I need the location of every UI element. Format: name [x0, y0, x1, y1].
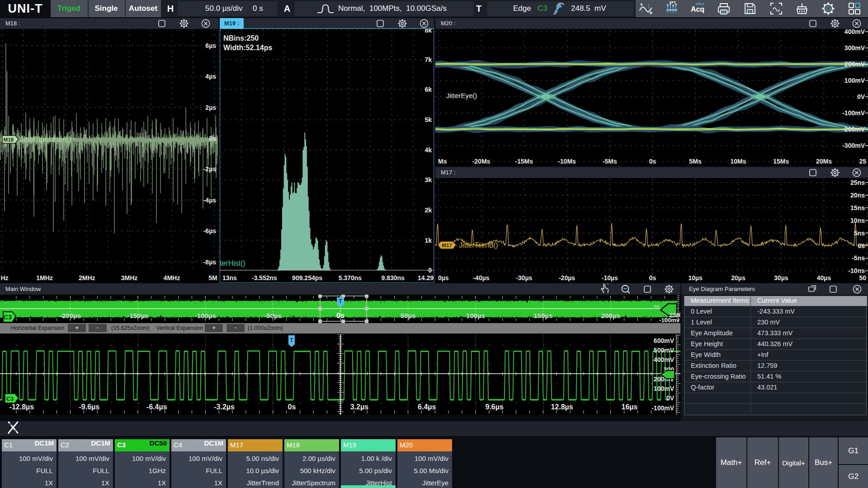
svg-text:-15Ms: -15Ms: [515, 158, 533, 165]
svg-text:8k: 8k: [425, 29, 432, 34]
svg-text:909.254ps: 909.254ps: [292, 274, 322, 282]
svg-text:100mV: 100mV: [654, 385, 675, 392]
svg-text:5Ms: 5Ms: [689, 158, 702, 165]
svg-text:-150µs: -150µs: [127, 312, 148, 319]
svg-text:0s: 0s: [209, 135, 216, 142]
svg-text:B: B: [650, 11, 652, 15]
svg-text:-200µs: -200µs: [60, 312, 81, 319]
svg-text:-6µs: -6µs: [203, 227, 217, 235]
svg-text:6µs: 6µs: [205, 42, 216, 49]
svg-text:0: 0: [428, 267, 432, 274]
svg-text:3.2µs: 3.2µs: [350, 403, 368, 411]
svg-text:JitterHist(): JitterHist(): [220, 259, 245, 267]
svg-text:4k: 4k: [425, 146, 432, 154]
svg-text:14.29: 14.29: [418, 274, 434, 282]
svg-text:200mV: 200mV: [844, 61, 865, 68]
svg-text:-10Ms: -10Ms: [558, 158, 576, 165]
svg-text:10ns: 10ns: [850, 217, 865, 224]
svg-text:-50µs: -50µs: [264, 312, 282, 319]
svg-text:-30µs: -30µs: [516, 274, 532, 282]
svg-text:-300mV: -300mV: [842, 142, 865, 149]
svg-text:400mV: 400mV: [844, 29, 865, 35]
svg-text:-10ns: -10ns: [848, 267, 865, 274]
svg-text:0V: 0V: [666, 394, 675, 402]
svg-text:5ns: 5ns: [854, 230, 865, 237]
svg-text:13ns: 13ns: [222, 274, 237, 282]
svg-text:5k: 5k: [425, 116, 432, 123]
svg-text:-5ns: -5ns: [852, 254, 865, 262]
svg-text:6.4µs: 6.4µs: [418, 403, 436, 411]
svg-text:-10µs: -10µs: [602, 274, 618, 282]
svg-text:Ms: Ms: [438, 158, 447, 165]
svg-text:600mV: 600mV: [654, 337, 675, 344]
svg-text:1k: 1k: [425, 237, 432, 244]
svg-text:-20µs: -20µs: [559, 274, 575, 282]
svg-text:-20Ms: -20Ms: [472, 158, 491, 165]
svg-text:3k: 3k: [425, 176, 432, 183]
svg-text:0s: 0s: [649, 158, 656, 165]
svg-text:400mV: 400mV: [654, 356, 675, 363]
svg-text:100mV: 100mV: [844, 77, 865, 84]
svg-text:C3: C3: [6, 395, 14, 402]
svg-text:-200mV: -200mV: [842, 126, 865, 133]
svg-text:20Ms: 20Ms: [816, 158, 832, 165]
svg-text:T: T: [290, 337, 293, 343]
svg-text:0s: 0s: [288, 403, 296, 411]
svg-text:Acq: Acq: [691, 5, 704, 13]
svg-text:9.830ns: 9.830ns: [382, 274, 405, 282]
svg-text:10µs: 10µs: [688, 274, 703, 282]
svg-text:T: T: [339, 298, 342, 305]
svg-text:200µs: 200µs: [601, 312, 620, 319]
svg-text:-3.552ns: -3.552ns: [252, 274, 277, 282]
svg-text:20ns: 20ns: [850, 192, 865, 199]
svg-text:FFT: FFT: [670, 0, 676, 5]
svg-text:-3.2µs: -3.2µs: [214, 403, 235, 411]
svg-text:12.8µs: 12.8µs: [551, 403, 573, 411]
svg-text:3MHz: 3MHz: [121, 274, 138, 282]
svg-text:Width:52.14ps: Width:52.14ps: [223, 44, 272, 52]
svg-text:25ns: 25ns: [850, 179, 865, 186]
svg-text:7k: 7k: [425, 56, 432, 63]
svg-text:NBins:250: NBins:250: [223, 34, 259, 42]
svg-text:6k: 6k: [425, 86, 432, 93]
svg-text:30µs: 30µs: [774, 274, 788, 282]
svg-text:40µs: 40µs: [817, 274, 831, 282]
svg-text:0s: 0s: [858, 242, 865, 249]
svg-text:100µs: 100µs: [466, 312, 485, 319]
svg-text:JitterEye(): JitterEye(): [446, 92, 477, 99]
svg-text:-100mV: -100mV: [651, 404, 674, 412]
svg-text:0V: 0V: [857, 93, 865, 100]
svg-text:30: 30: [653, 304, 660, 310]
svg-text:-6.4µs: -6.4µs: [146, 403, 167, 411]
svg-text:50: 50: [859, 274, 866, 282]
svg-text:JitterTrend(): JitterTrend(): [459, 241, 498, 249]
svg-text:-12.8µs: -12.8µs: [9, 403, 34, 411]
svg-text:300mV: 300mV: [844, 44, 865, 52]
svg-text:-4µs: -4µs: [203, 197, 217, 204]
svg-text:0s: 0s: [336, 312, 344, 319]
svg-text:50µs: 50µs: [401, 312, 416, 319]
svg-text:5M: 5M: [208, 274, 217, 282]
svg-text:4MHz: 4MHz: [164, 274, 180, 282]
svg-text:C3: C3: [4, 314, 12, 321]
svg-text:20µs: 20µs: [731, 274, 745, 282]
svg-text:25: 25: [859, 158, 866, 165]
svg-text:-8µs: -8µs: [203, 258, 217, 266]
svg-text:15ns: 15ns: [850, 204, 865, 211]
svg-text:-100mV: -100mV: [842, 109, 865, 117]
svg-text:Ultra: Ultra: [696, 2, 704, 6]
svg-text:500mV: 500mV: [654, 347, 675, 354]
svg-text:-100µs: -100µs: [195, 312, 216, 319]
svg-text:5.370ns: 5.370ns: [339, 274, 362, 282]
svg-text:-40µs: -40µs: [473, 274, 489, 282]
svg-text:-5Ms: -5Ms: [603, 158, 617, 165]
svg-text:M17: M17: [442, 243, 452, 248]
svg-text:2k: 2k: [425, 206, 432, 214]
svg-text:15Ms: 15Ms: [773, 158, 789, 165]
svg-text:4µs: 4µs: [205, 73, 216, 80]
svg-text:Hz: Hz: [0, 274, 8, 282]
svg-text:0s: 0s: [649, 274, 656, 282]
svg-text:0µs: 0µs: [438, 274, 449, 282]
svg-text:10Ms: 10Ms: [730, 158, 746, 165]
svg-text:-100mv: -100mv: [659, 317, 680, 323]
